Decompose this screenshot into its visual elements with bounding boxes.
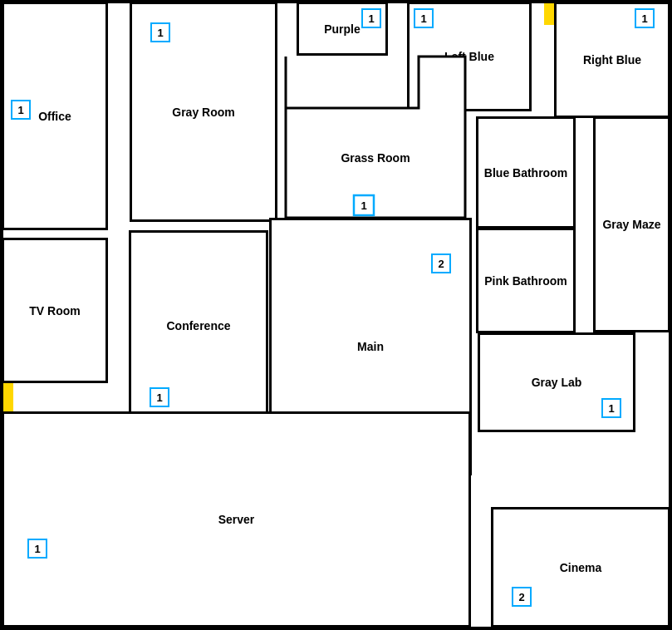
room-grass-room: Grass Room 1 (286, 54, 467, 220)
gray-room-label: Gray Room (172, 106, 234, 119)
server-label: Server (218, 513, 255, 526)
right-blue-label: Right Blue (583, 53, 641, 66)
purple-badge: 1 (361, 8, 381, 28)
floor-plan: Office 1 Gray Room 1 Purple 1 Left Blue … (0, 0, 672, 630)
purple-label: Purple (324, 22, 361, 36)
room-tv-room: TV Room (2, 238, 108, 383)
room-cinema: Cinema 2 (491, 507, 670, 628)
grass-room-label: Grass Room (341, 151, 410, 165)
main-badge-top: 2 (431, 253, 451, 273)
left-blue-badge: 1 (414, 8, 434, 28)
conference-badge: 1 (150, 387, 169, 407)
main-label: Main (357, 340, 384, 353)
door-yellow-left (2, 382, 13, 412)
room-gray-maze: Gray Maze (593, 116, 670, 332)
room-conference: Conference 1 (129, 230, 268, 421)
conference-label: Conference (166, 319, 230, 332)
room-gray-room: Gray Room 1 (130, 2, 277, 222)
room-right-blue: Right Blue 1 (554, 2, 670, 118)
gray-lab-badge: 1 (601, 398, 621, 418)
pink-bathroom-label: Pink Bathroom (484, 274, 567, 288)
tv-room-label: TV Room (29, 304, 80, 317)
gray-lab-label: Gray Lab (532, 376, 582, 389)
room-office: Office 1 (2, 2, 108, 230)
office-label: Office (38, 110, 71, 123)
room-gray-lab: Gray Lab 1 (478, 332, 635, 432)
server-badge: 1 (27, 539, 47, 559)
room-purple: Purple 1 (297, 2, 388, 56)
cinema-badge: 2 (512, 587, 532, 607)
blue-bathroom-label: Blue Bathroom (484, 166, 567, 180)
room-pink-bathroom: Pink Bathroom (476, 228, 576, 333)
svg-text:1: 1 (361, 199, 366, 212)
right-blue-badge: 1 (635, 8, 655, 28)
cinema-label: Cinema (560, 561, 602, 574)
gray-maze-label: Gray Maze (602, 218, 660, 231)
room-server: Server 1 (2, 411, 471, 628)
room-blue-bathroom: Blue Bathroom (476, 116, 576, 229)
office-badge: 1 (11, 100, 31, 120)
gray-room-badge: 1 (150, 22, 170, 42)
